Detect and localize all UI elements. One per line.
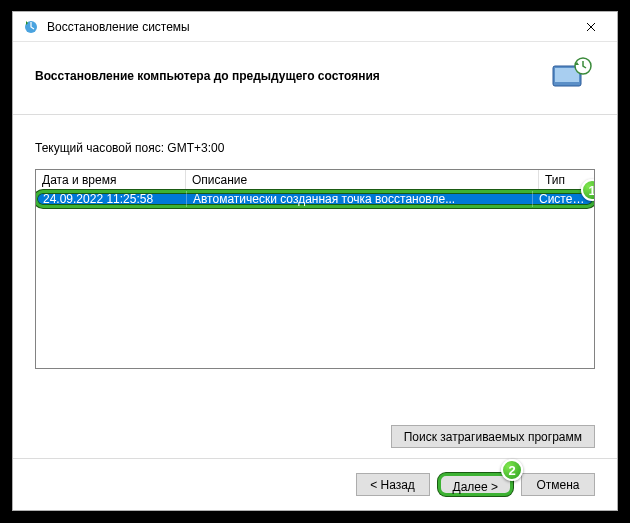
system-restore-window: Восстановление системы Восстановление ко… — [12, 11, 618, 511]
close-icon — [586, 22, 596, 32]
cell-description: Автоматически созданная точка восстановл… — [187, 191, 533, 207]
close-button[interactable] — [571, 13, 611, 41]
column-date[interactable]: Дата и время — [36, 170, 186, 191]
cell-date: 24.09.2022 11:25:58 — [37, 191, 187, 207]
page-title: Восстановление компьютера до предыдущего… — [35, 69, 547, 83]
footer-buttons: < Назад Далее > 2 Отмена — [13, 458, 617, 510]
timezone-label: Текущий часовой пояс: GMT+3:00 — [35, 141, 595, 155]
app-icon — [23, 19, 39, 35]
table-row[interactable]: 24.09.2022 11:25:58 Автоматически создан… — [35, 190, 595, 208]
titlebar: Восстановление системы — [13, 12, 617, 42]
annotation-badge-2: 2 — [501, 459, 523, 481]
cancel-button[interactable]: Отмена — [521, 473, 595, 496]
restore-points-table[interactable]: Дата и время Описание Тип 24.09.2022 11:… — [35, 169, 595, 369]
window-title: Восстановление системы — [47, 20, 571, 34]
scan-affected-button[interactable]: Поиск затрагиваемых программ — [391, 425, 595, 448]
table-header: Дата и время Описание Тип — [36, 170, 594, 192]
restore-hero-icon — [547, 56, 595, 96]
next-button[interactable]: Далее > — [438, 473, 514, 496]
header-panel: Восстановление компьютера до предыдущего… — [13, 42, 617, 115]
back-button[interactable]: < Назад — [356, 473, 430, 496]
column-description[interactable]: Описание — [186, 170, 539, 191]
content-area: Текущий часовой пояс: GMT+3:00 Дата и вр… — [13, 115, 617, 458]
